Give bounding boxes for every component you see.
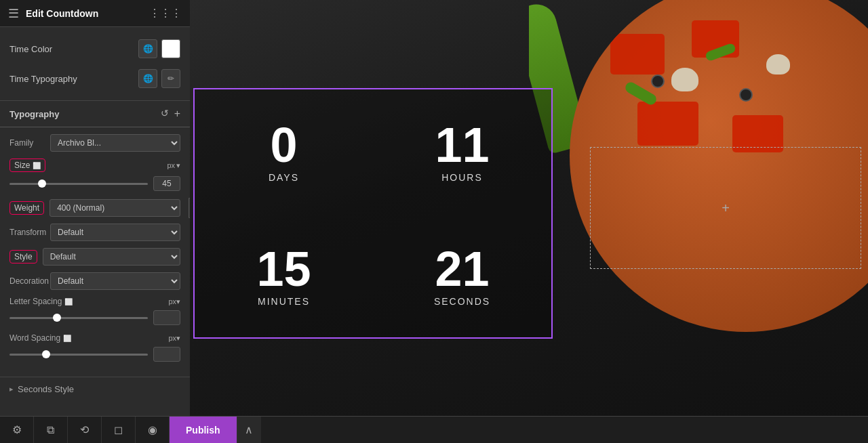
word-spacing-slider[interactable] (9, 354, 148, 356)
letter-spacing-unit[interactable]: px ▾ (168, 297, 180, 306)
countdown-hours: 11 HOURS (373, 89, 551, 213)
pages-icon: ◻ (114, 423, 123, 436)
responsive-button[interactable]: ◉ (136, 417, 170, 444)
layers-button[interactable]: ⧉ (34, 417, 68, 444)
history-button[interactable]: ⟲ (68, 417, 102, 444)
countdown-days-label: DAYS (269, 172, 299, 183)
time-typography-edit-icon[interactable]: ✏ (161, 69, 180, 88)
publish-button[interactable]: Publish (170, 417, 237, 444)
letter-spacing-responsive-icon: ⬜ (64, 298, 73, 305)
letter-spacing-label-area: Letter Spacing ⬜ (9, 297, 77, 306)
size-unit[interactable]: px ▾ (167, 161, 180, 170)
family-label: Family (9, 138, 50, 148)
countdown-widget[interactable]: 0 DAYS 11 HOURS 15 MINUTES 21 SECONDS (193, 88, 553, 339)
seconds-style-section: ▸ Seconds Style (0, 377, 190, 401)
time-color-label: Time Color (9, 44, 52, 54)
time-typography-row: Time Typography 🌐 ✏ (9, 64, 180, 93)
letter-spacing-label: Letter Spacing (9, 297, 62, 306)
word-spacing-responsive-icon: ⬜ (63, 335, 71, 342)
time-typography-globe-icon[interactable]: 🌐 (138, 69, 157, 88)
family-row: Family Archivo Bl... (9, 134, 180, 152)
countdown-seconds-label: SECONDS (434, 296, 490, 307)
decoration-control: Default (50, 272, 180, 290)
menu-icon[interactable]: ☰ (8, 6, 19, 21)
expand-icon: ∧ (245, 423, 253, 436)
typography-title: Typography (9, 109, 59, 119)
pages-button[interactable]: ◻ (102, 417, 136, 444)
size-value-input[interactable] (153, 176, 180, 191)
weight-control: 400 (Normal) (50, 199, 180, 217)
pizza-circle (570, 0, 868, 332)
size-slider-row (9, 176, 180, 191)
time-color-section: Time Color 🌐 Time Typography 🌐 ✏ (0, 27, 190, 101)
typography-reset-icon[interactable]: ↺ (161, 108, 169, 120)
time-color-row: Time Color 🌐 (9, 34, 180, 64)
size-label-box: Size ⬜ (9, 159, 45, 172)
time-typography-controls: 🌐 ✏ (138, 69, 180, 88)
page-title: Edit Countdown (26, 8, 142, 19)
word-spacing-slider-row (9, 347, 180, 362)
countdown-days: 0 DAYS (195, 89, 373, 213)
pizza-area (529, 0, 868, 416)
transform-select[interactable]: Default (50, 224, 180, 241)
weight-label-box: Weight (9, 201, 44, 215)
style-control: Default (43, 248, 180, 266)
countdown-seconds: 21 SECONDS (373, 213, 551, 337)
preview-area: 0 DAYS 11 HOURS 15 MINUTES 21 SECONDS + (190, 0, 868, 416)
history-icon: ⟲ (80, 423, 89, 436)
time-color-swatch[interactable] (161, 39, 180, 58)
letter-spacing-row: Letter Spacing ⬜ px ▾ (9, 297, 180, 306)
time-typography-label: Time Typography (9, 74, 77, 84)
time-color-globe-icon[interactable]: 🌐 (138, 39, 157, 58)
letter-spacing-slider[interactable] (9, 317, 148, 319)
typography-body: Family Archivo Bl... Size ⬜ px ▾ (0, 127, 190, 377)
typography-add-icon[interactable]: + (174, 108, 180, 120)
word-spacing-unit[interactable]: px ▾ (168, 334, 180, 343)
word-spacing-label-area: Word Spacing ⬜ (9, 333, 77, 343)
countdown-days-value: 0 (270, 121, 297, 169)
decoration-row: Decoration Default (9, 272, 180, 290)
bottom-tools: ⚙ ⧉ ⟲ ◻ ◉ (0, 417, 170, 444)
size-slider[interactable] (9, 183, 148, 185)
word-spacing-input[interactable] (153, 347, 180, 362)
sidebar-header: ☰ Edit Countdown ⋮⋮⋮ (0, 0, 190, 27)
countdown-minutes-value: 15 (256, 245, 311, 293)
countdown-hours-value: 11 (435, 121, 489, 169)
layers-icon: ⧉ (47, 424, 54, 436)
weight-label: Weight (14, 203, 39, 213)
responsive-icon: ◉ (148, 423, 157, 436)
typography-header: Typography ↺ + (0, 101, 190, 127)
family-select[interactable]: Archivo Bl... (50, 134, 180, 152)
style-label: Style (14, 252, 33, 261)
countdown-hours-label: HOURS (441, 172, 483, 183)
style-row: Style Default (9, 248, 180, 266)
seconds-style-label: Seconds Style (18, 384, 74, 394)
style-select[interactable]: Default (43, 248, 180, 266)
settings-button[interactable]: ⚙ (0, 417, 34, 444)
style-label-box: Style (9, 250, 37, 263)
seconds-style-row: ▸ Seconds Style (9, 384, 180, 394)
letter-spacing-input[interactable] (153, 310, 180, 325)
size-label: Size (14, 161, 30, 170)
typography-section: Typography ↺ + Family Archivo Bl... (0, 101, 190, 377)
sidebar-collapse-btn[interactable]: ‹ (189, 198, 190, 218)
decoration-label: Decoration (9, 276, 50, 286)
transform-row: Transform Default (9, 224, 180, 241)
sidebar: ☰ Edit Countdown ⋮⋮⋮ Time Color 🌐 Time T… (0, 0, 190, 416)
word-spacing-row: Word Spacing ⬜ px ▾ (9, 333, 180, 343)
weight-row: Weight 400 (Normal) (9, 199, 180, 217)
time-color-controls: 🌐 (138, 39, 180, 58)
word-spacing-label: Word Spacing (9, 333, 60, 343)
settings-icon: ⚙ (12, 423, 22, 436)
expand-button[interactable]: ∧ (237, 417, 261, 444)
countdown-minutes: 15 MINUTES (195, 213, 373, 337)
decoration-select[interactable]: Default (50, 272, 180, 290)
size-row: Size ⬜ px ▾ (9, 159, 180, 172)
weight-select[interactable]: 400 (Normal) (50, 199, 180, 217)
countdown-seconds-value: 21 (435, 245, 489, 293)
grid-icon[interactable]: ⋮⋮⋮ (149, 7, 182, 20)
family-control: Archivo Bl... (50, 134, 180, 152)
bottom-toolbar: ⚙ ⧉ ⟲ ◻ ◉ Publish ∧ (0, 416, 868, 443)
countdown-minutes-label: MINUTES (258, 296, 310, 307)
transform-label: Transform (9, 228, 50, 237)
